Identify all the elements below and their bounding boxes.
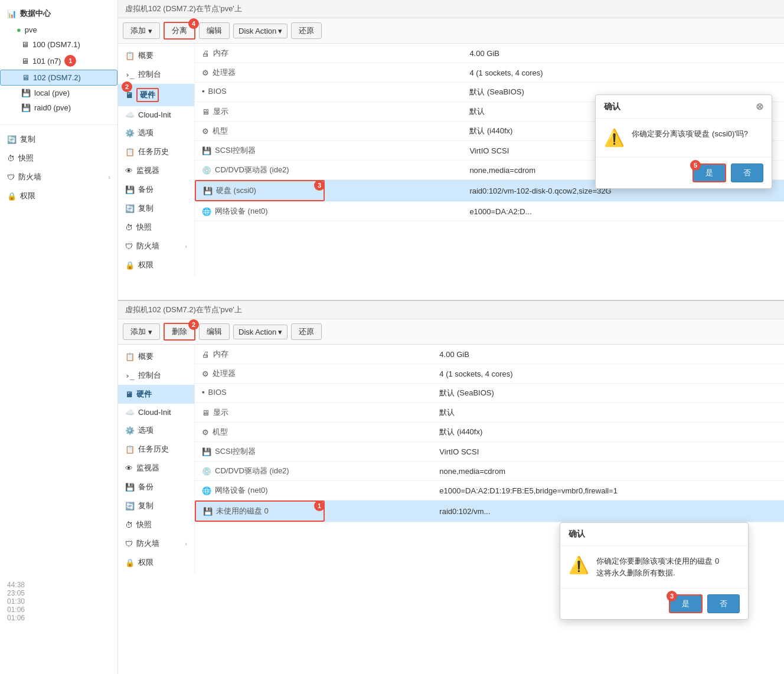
permissions-icon-top: 🔒 bbox=[125, 261, 135, 270]
bottom-network-value: e1000=DA:A2:D1:19:FB:E5,bridge=vmbr0,fir… bbox=[432, 481, 784, 500]
pve-icon: ● bbox=[17, 25, 21, 34]
bottom-bios-label: ▪BIOS bbox=[195, 384, 325, 401]
bottom-nav-monitor[interactable]: 👁 监视器 bbox=[118, 459, 194, 477]
left-nav-permissions[interactable]: 🔒 权限 bbox=[0, 187, 117, 205]
bottom-nav-hardware[interactable]: 🖥 硬件 bbox=[118, 385, 194, 404]
nav-replicate[interactable]: 🔄 复制 bbox=[118, 199, 194, 218]
bottom-edit-button[interactable]: 编辑 bbox=[199, 323, 230, 340]
nav-permissions[interactable]: 🔒 权限 bbox=[118, 256, 194, 274]
cdrom-icon: 💿 bbox=[202, 166, 211, 175]
nav-summary[interactable]: 📋 概要 bbox=[118, 46, 194, 65]
top-dialog-yes-button[interactable]: 是 5 bbox=[692, 163, 726, 182]
bottom-nav-console[interactable]: ›_ 控制台 bbox=[118, 366, 194, 385]
table-row-cpu: ⚙处理器 4 (1 sockets, 4 cores) bbox=[195, 63, 784, 83]
scsi-icon: 💾 bbox=[202, 146, 211, 155]
bottom-backup-icon: 💾 bbox=[125, 483, 135, 492]
nav-options[interactable]: ⚙️ 选项 bbox=[118, 123, 194, 142]
left-nav-snapshot[interactable]: ⏱ 快照 bbox=[0, 149, 117, 168]
nav-task-history[interactable]: 📋 任务历史 bbox=[118, 142, 194, 161]
left-nav-firewall[interactable]: 🛡 防火墙 › bbox=[0, 168, 117, 187]
memory-icon: 🖨 bbox=[202, 49, 210, 58]
nav-backup[interactable]: 💾 备份 bbox=[118, 180, 194, 199]
bottom-nav-firewall[interactable]: 🛡 防火墙 › bbox=[118, 534, 194, 553]
bottom-nav-backup[interactable]: 💾 备份 bbox=[118, 477, 194, 496]
sidebar-item-vm101[interactable]: 🖥 101 (n7) 1 bbox=[0, 52, 117, 70]
bottom-revert-button[interactable]: 还原 bbox=[291, 323, 322, 340]
bios-icon: ▪ bbox=[202, 87, 205, 96]
bottom-nav-task-history[interactable]: 📋 任务历史 bbox=[118, 440, 194, 459]
yes-step-badge: 5 bbox=[690, 160, 701, 171]
bottom-nav-summary[interactable]: 📋 概要 bbox=[118, 347, 194, 366]
top-edit-button[interactable]: 编辑 bbox=[199, 22, 230, 39]
bottom-unused-disk-value: raid0:102/vm... bbox=[432, 500, 784, 522]
bottom-cdrom-value: none,media=cdrom bbox=[432, 462, 784, 481]
sidebar-item-local[interactable]: 💾 local (pve) bbox=[0, 86, 117, 100]
bottom-disk-action-button[interactable]: Disk Action ▾ bbox=[233, 325, 288, 339]
cpu-label: ⚙处理器 bbox=[195, 63, 325, 82]
machine-label: ⚙机型 bbox=[195, 122, 325, 140]
bottom-nav-replicate[interactable]: 🔄 复制 bbox=[118, 496, 194, 515]
bottom-cdrom-label: 💿CD/DVD驱动器 (ide2) bbox=[195, 462, 325, 480]
detach-step-badge: 4 bbox=[188, 18, 199, 29]
bottom-dialog-no-button[interactable]: 否 bbox=[707, 594, 740, 613]
cdrom-label: 💿CD/DVD驱动器 (ide2) bbox=[195, 161, 325, 179]
sidebar-header: 📊 数据中心 bbox=[0, 5, 117, 22]
bottom-disk-icon: 💾 bbox=[203, 507, 213, 516]
sidebar-item-raid0[interactable]: 💾 raid0 (pve) bbox=[0, 100, 117, 115]
sidebar-item-vm100[interactable]: 🖥 100 (DSM7.1) bbox=[0, 37, 117, 52]
bottom-nav-snapshot[interactable]: ⏱ 快照 bbox=[118, 515, 194, 534]
bottom-add-button[interactable]: 添加 ▾ bbox=[123, 323, 160, 340]
bottom-cpu-label: ⚙处理器 bbox=[195, 364, 325, 383]
snapshot-icon: ⏱ bbox=[7, 154, 15, 163]
bottom-table-row-unused-disk[interactable]: 💾 未使用的磁盘 0 1 raid0:102/vm... bbox=[195, 500, 784, 522]
top-dialog-header: 确认 ⊗ bbox=[596, 95, 772, 119]
disk-icon: 💾 bbox=[203, 187, 213, 195]
bottom-nav-permissions[interactable]: 🔒 权限 bbox=[118, 553, 194, 572]
top-disk-action-button[interactable]: Disk Action ▾ bbox=[233, 24, 288, 38]
nav-console[interactable]: ›_ 控制台 bbox=[118, 65, 194, 84]
permissions-icon: 🔒 bbox=[7, 192, 17, 201]
top-dialog-container: 确认 ⊗ ⚠️ 你确定要分离该项'硬盘 (scsi0)'吗? 是 5 否 bbox=[595, 94, 772, 189]
bottom-table-row-display: 🖥显示 默认 bbox=[195, 403, 784, 423]
bottom-cdrom-icon: 💿 bbox=[202, 467, 211, 476]
top-dialog-close[interactable]: ⊗ bbox=[756, 101, 763, 112]
bottom-panel-title: 虚拟机102 (DSM7.2)在节点'pve'上 bbox=[118, 301, 784, 319]
content-area: 虚拟机102 (DSM7.2)在节点'pve'上 添加 ▾ 分离 4 编辑 Di… bbox=[118, 0, 784, 674]
bottom-delete-button[interactable]: 删除 2 bbox=[164, 323, 195, 341]
top-detach-button[interactable]: 分离 4 bbox=[164, 22, 195, 40]
bottom-display-label: 🖥显示 bbox=[195, 403, 325, 422]
disk-action-dropdown-icon: ▾ bbox=[278, 27, 282, 35]
hardware-step-badge: 2 bbox=[122, 81, 132, 92]
bottom-dialog-yes-button[interactable]: 是 3 bbox=[669, 594, 703, 613]
firewall-icon-top: 🛡 bbox=[125, 242, 133, 251]
top-add-button[interactable]: 添加 ▾ bbox=[123, 22, 160, 39]
bottom-nav-options[interactable]: ⚙️ 选项 bbox=[118, 421, 194, 440]
bottom-task-history-icon: 📋 bbox=[125, 445, 135, 454]
bottom-bios-icon: ▪ bbox=[202, 388, 205, 397]
bottom-replicate-icon: 🔄 bbox=[125, 502, 135, 511]
timestamp-3: 01:30 bbox=[7, 597, 111, 606]
table-row-network: 🌐网络设备 (net0) e1000=DA:A2:D... bbox=[195, 202, 784, 221]
timestamp-4: 01:06 bbox=[7, 606, 111, 614]
left-nav-replicate[interactable]: 🔄 复制 bbox=[0, 130, 117, 149]
bottom-firewall-icon: 🛡 bbox=[125, 539, 133, 548]
top-dialog-no-button[interactable]: 否 bbox=[731, 163, 763, 182]
sidebar-item-pve[interactable]: ● pve bbox=[0, 22, 117, 37]
nav-firewall[interactable]: 🛡 防火墙 › bbox=[118, 237, 194, 256]
nav-hardware[interactable]: 🖥 硬件 2 bbox=[118, 84, 194, 106]
memory-value: 4.00 GiB bbox=[462, 44, 784, 63]
nav-snapshot[interactable]: ⏱ 快照 bbox=[118, 218, 194, 237]
bottom-scsi-icon: 💾 bbox=[202, 447, 211, 456]
nav-cloud-init[interactable]: ☁️ Cloud-Init bbox=[118, 106, 194, 123]
task-history-icon: 📋 bbox=[125, 148, 135, 156]
top-revert-button[interactable]: 还原 bbox=[291, 22, 322, 39]
bottom-table-row-scsi: 💾SCSI控制器 VirtIO SCSI bbox=[195, 442, 784, 462]
top-dialog-warning-icon: ⚠️ bbox=[604, 128, 625, 148]
bottom-cloud-init-icon: ☁️ bbox=[125, 408, 135, 417]
bottom-nav-cloud-init[interactable]: ☁️ Cloud-Init bbox=[118, 404, 194, 421]
nav-monitor[interactable]: 👁 监视器 bbox=[118, 161, 194, 180]
sidebar-item-vm102[interactable]: 🖥 102 (DSM7.2) bbox=[0, 70, 117, 86]
network-label: 🌐网络设备 (net0) bbox=[195, 202, 325, 221]
bottom-display-icon: 🖥 bbox=[202, 408, 210, 417]
top-panel-nav: 📋 概要 ›_ 控制台 🖥 硬件 2 ☁️ Cloud-Init bbox=[118, 44, 195, 277]
